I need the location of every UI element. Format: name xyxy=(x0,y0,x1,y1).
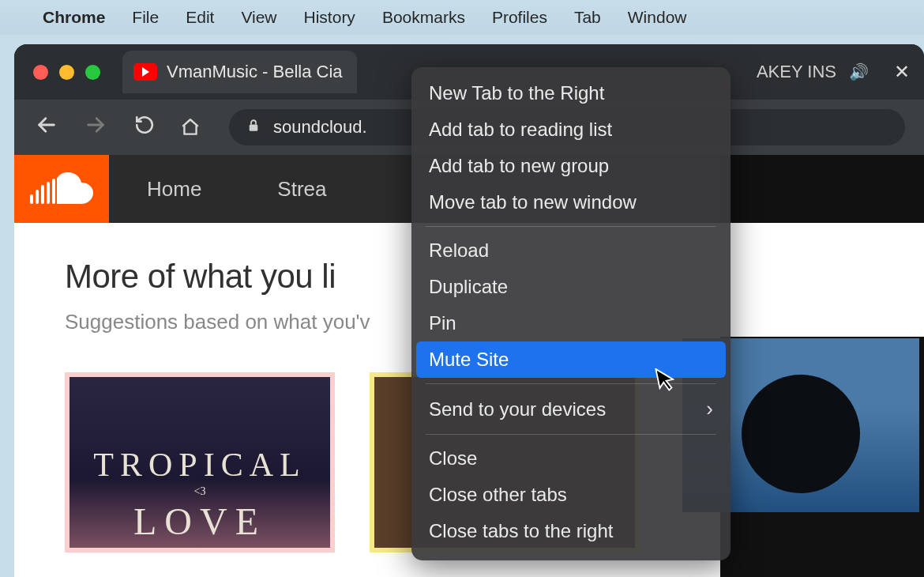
minimize-window-button[interactable] xyxy=(59,65,74,80)
tab-title: AKEY INS xyxy=(757,62,836,82)
ctx-close-right[interactable]: Close tabs to the right xyxy=(411,513,731,549)
ctx-move-new-window[interactable]: Move tab to new window xyxy=(411,184,731,221)
ctx-send-devices[interactable]: Send to your devices › xyxy=(411,390,731,428)
svg-rect-4 xyxy=(36,190,39,204)
macos-menubar: Chrome File Edit View History Bookmarks … xyxy=(0,0,924,35)
ctx-new-tab-right[interactable]: New Tab to the Right xyxy=(411,75,731,111)
menubar-item-view[interactable]: View xyxy=(241,8,276,27)
soundcloud-nav: Home Strea xyxy=(109,155,365,223)
menubar-app-name[interactable]: Chrome xyxy=(43,8,105,27)
right-panel xyxy=(720,155,924,577)
album-art-icon xyxy=(742,375,860,493)
reload-button[interactable] xyxy=(131,115,158,141)
menubar-item-bookmarks[interactable]: Bookmarks xyxy=(382,8,465,27)
svg-rect-2 xyxy=(250,124,258,130)
menubar-item-history[interactable]: History xyxy=(304,8,355,27)
ctx-add-reading-list[interactable]: Add tab to reading list xyxy=(411,111,731,148)
menubar-item-profiles[interactable]: Profiles xyxy=(492,8,547,27)
svg-rect-3 xyxy=(30,194,33,204)
ctx-duplicate[interactable]: Duplicate xyxy=(411,269,731,305)
svg-rect-5 xyxy=(41,185,44,204)
separator xyxy=(426,434,716,435)
close-window-button[interactable] xyxy=(33,65,48,80)
ctx-mute-site[interactable]: Mute Site xyxy=(416,341,726,378)
ctx-close[interactable]: Close xyxy=(411,440,731,477)
lock-icon[interactable] xyxy=(246,118,261,138)
tab-context-menu: New Tab to the Right Add tab to reading … xyxy=(411,67,731,560)
soundcloud-logo-icon[interactable] xyxy=(14,155,109,223)
chevron-right-icon: › xyxy=(706,397,713,421)
close-tab-icon[interactable]: ✕ xyxy=(894,61,910,83)
ctx-add-new-group[interactable]: Add tab to new group xyxy=(411,148,731,184)
forward-button xyxy=(82,114,109,141)
separator xyxy=(426,226,716,227)
menubar-item-edit[interactable]: Edit xyxy=(186,8,214,27)
browser-tab[interactable]: AKEY INS 🔊 ✕ xyxy=(746,51,924,93)
svg-rect-6 xyxy=(47,182,50,204)
separator xyxy=(426,383,716,384)
ctx-pin[interactable]: Pin xyxy=(411,305,731,341)
back-button[interactable] xyxy=(33,114,60,141)
tab-title: VmanMusic - Bella Cia xyxy=(167,62,343,82)
address-text: soundcloud. xyxy=(273,117,367,138)
maximize-window-button[interactable] xyxy=(85,65,100,80)
album-art: TROPICAL <3 LOVE xyxy=(69,377,330,548)
ctx-close-other[interactable]: Close other tabs xyxy=(411,477,731,513)
home-button[interactable] xyxy=(180,117,207,138)
ctx-reload[interactable]: Reload xyxy=(411,232,731,269)
menubar-item-file[interactable]: File xyxy=(132,8,159,27)
nav-home[interactable]: Home xyxy=(109,155,239,223)
audio-playing-icon[interactable]: 🔊 xyxy=(849,62,869,81)
menubar-item-tab[interactable]: Tab xyxy=(574,8,601,27)
album-text-heart: <3 xyxy=(194,485,206,498)
menubar-item-window[interactable]: Window xyxy=(628,8,687,27)
window-controls xyxy=(33,65,100,80)
svg-rect-7 xyxy=(52,179,55,204)
track-card[interactable]: TROPICAL <3 LOVE xyxy=(65,372,335,552)
browser-tab-active[interactable]: VmanMusic - Bella Cia xyxy=(122,51,357,93)
youtube-favicon-icon xyxy=(133,63,157,81)
album-text-line2: LOVE xyxy=(133,500,266,543)
ctx-label: Send to your devices xyxy=(429,398,606,420)
album-text-line1: TROPICAL xyxy=(93,446,306,484)
nav-stream[interactable]: Strea xyxy=(239,155,364,223)
